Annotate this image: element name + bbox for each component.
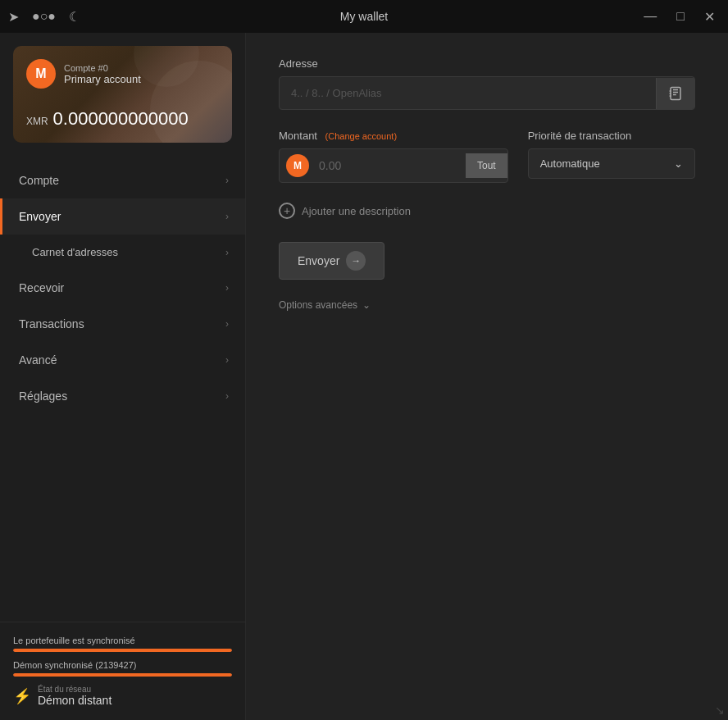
balance-zero: 0. bbox=[53, 108, 68, 129]
titlebar: ➤ ●○● ☾ My wallet — □ ✕ bbox=[0, 0, 728, 33]
chevron-icon-recevoir: › bbox=[225, 282, 229, 294]
chevron-down-icon: ⌄ bbox=[674, 157, 683, 170]
sync2-bar bbox=[13, 673, 232, 677]
xmr-label: XMR bbox=[26, 116, 48, 127]
main-layout: M Compte #0 Primary account XMR 0.000000… bbox=[0, 33, 728, 720]
address-section-label: Adresse bbox=[279, 57, 695, 70]
amount-input[interactable] bbox=[316, 153, 466, 179]
chevron-icon-envoyer: › bbox=[225, 211, 229, 222]
sidebar: M Compte #0 Primary account XMR 0.000000… bbox=[0, 33, 246, 720]
send-label: Envoyer bbox=[298, 254, 339, 267]
wallet-account-info: Compte #0 Primary account bbox=[64, 63, 141, 85]
moon-icon[interactable]: ☾ bbox=[69, 9, 80, 25]
sidebar-footer: Le portefeuille est synchronisé Démon sy… bbox=[0, 622, 245, 720]
amount-priority-row: Montant (Change account) M Tout Priorité… bbox=[279, 130, 695, 183]
svg-rect-5 bbox=[670, 93, 671, 94]
titlebar-controls: — □ ✕ bbox=[639, 6, 720, 28]
advanced-options-label: Options avancées bbox=[279, 299, 357, 311]
nav-menu: Compte › Envoyer › Carnet d'adresses › R… bbox=[0, 156, 245, 622]
address-input[interactable] bbox=[280, 77, 656, 109]
forward-icon[interactable]: ➤ bbox=[8, 9, 19, 25]
network-text: État du réseau Démon distant bbox=[38, 685, 111, 707]
sidebar-item-recevoir[interactable]: Recevoir › bbox=[0, 270, 245, 306]
sidebar-item-reglages[interactable]: Réglages › bbox=[0, 378, 245, 414]
amount-section: Montant (Change account) M Tout bbox=[279, 130, 508, 183]
minimize-button[interactable]: — bbox=[639, 6, 662, 27]
sidebar-item-carnet[interactable]: Carnet d'adresses › bbox=[0, 235, 245, 270]
maximize-button[interactable]: □ bbox=[671, 6, 689, 27]
amount-label: Montant (Change account) bbox=[279, 130, 508, 142]
chevron-icon-avance: › bbox=[225, 354, 229, 366]
send-button[interactable]: Envoyer → bbox=[279, 242, 384, 280]
close-button[interactable]: ✕ bbox=[699, 6, 720, 28]
chevron-icon-reglages: › bbox=[225, 390, 229, 402]
sidebar-item-compte[interactable]: Compte › bbox=[0, 162, 245, 198]
nav-label-carnet: Carnet d'adresses bbox=[32, 246, 118, 258]
monero-logo-small: M bbox=[286, 154, 309, 177]
sync2-label: Démon synchronisé (2139427) bbox=[13, 660, 232, 670]
advanced-options-chevron: ⌄ bbox=[362, 299, 371, 311]
advanced-options[interactable]: Options avancées ⌄ bbox=[279, 299, 695, 311]
add-desc-icon: + bbox=[279, 203, 295, 219]
resize-handle[interactable]: ↘ bbox=[715, 704, 725, 717]
add-description[interactable]: + Ajouter une description bbox=[279, 203, 695, 219]
send-arrow-icon: → bbox=[346, 251, 366, 271]
network-state-value: Démon distant bbox=[38, 694, 111, 707]
chevron-icon-transactions: › bbox=[225, 318, 229, 330]
chevron-icon-carnet: › bbox=[225, 247, 229, 258]
address-input-row bbox=[279, 76, 695, 110]
amount-text: Montant bbox=[279, 130, 317, 142]
address-book-button[interactable] bbox=[656, 78, 694, 109]
nav-label-recevoir: Recevoir bbox=[19, 281, 64, 294]
account-name: Primary account bbox=[64, 73, 141, 85]
sync2-fill bbox=[13, 673, 232, 677]
wallet-card: M Compte #0 Primary account XMR 0.000000… bbox=[13, 46, 232, 143]
nav-label-avance: Avancé bbox=[19, 353, 57, 367]
monero-logo: M bbox=[26, 59, 56, 89]
sync1-label: Le portefeuille est synchronisé bbox=[13, 636, 232, 645]
priority-label: Priorité de transaction bbox=[528, 130, 695, 142]
priority-section: Priorité de transaction Automatique ⌄ bbox=[528, 130, 695, 179]
network-status: ⚡ État du réseau Démon distant bbox=[13, 685, 232, 707]
sidebar-item-avance[interactable]: Avancé › bbox=[0, 342, 245, 378]
sidebar-item-envoyer[interactable]: Envoyer › bbox=[0, 198, 245, 235]
all-button[interactable]: Tout bbox=[466, 153, 507, 178]
account-number: Compte #0 bbox=[64, 63, 141, 73]
window-title: My wallet bbox=[340, 10, 388, 23]
network-state-label: État du réseau bbox=[38, 685, 111, 694]
titlebar-left-icons: ➤ ●○● ☾ bbox=[8, 9, 80, 25]
add-description-label: Ajouter une description bbox=[302, 205, 411, 217]
chevron-icon-compte: › bbox=[225, 175, 229, 186]
priority-select[interactable]: Automatique ⌄ bbox=[528, 148, 695, 179]
change-account-link[interactable]: (Change account) bbox=[325, 131, 397, 141]
nav-label-envoyer: Envoyer bbox=[19, 210, 61, 223]
priority-value: Automatique bbox=[540, 157, 600, 170]
nav-label-transactions: Transactions bbox=[19, 317, 84, 330]
lightning-icon: ⚡ bbox=[13, 687, 31, 705]
nav-label-reglages: Réglages bbox=[19, 390, 67, 403]
nav-label-compte: Compte bbox=[19, 174, 59, 187]
sidebar-item-transactions[interactable]: Transactions › bbox=[0, 306, 245, 342]
amount-input-row: M Tout bbox=[279, 148, 508, 183]
sync1-fill bbox=[13, 649, 232, 652]
svg-rect-4 bbox=[670, 90, 671, 92]
monero-letter: M bbox=[35, 66, 46, 81]
svg-rect-6 bbox=[670, 95, 671, 97]
content-area: Adresse Montant (Change acc bbox=[246, 33, 728, 720]
sync1-bar bbox=[13, 649, 232, 652]
globe-icon[interactable]: ●○● bbox=[32, 9, 56, 24]
